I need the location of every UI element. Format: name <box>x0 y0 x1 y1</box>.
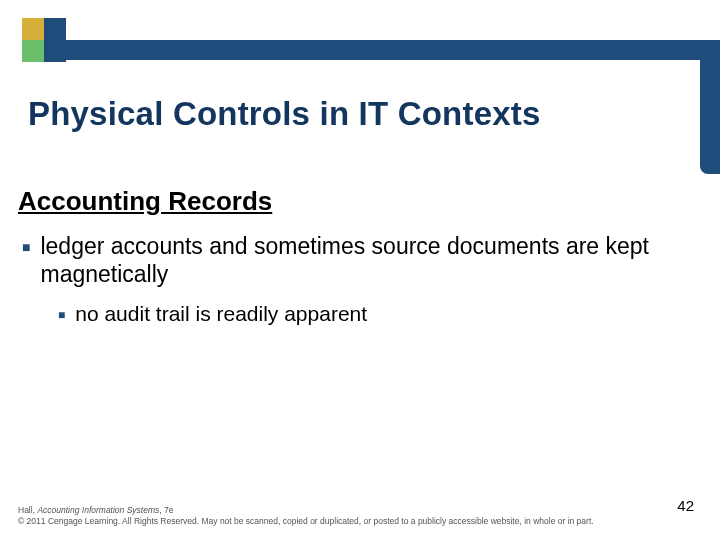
bullet-list: ■ ledger accounts and sometimes source d… <box>18 232 710 326</box>
footer-edition: , 7e <box>159 505 173 515</box>
footer-author: Hall, <box>18 505 37 515</box>
bullet-text: ledger accounts and sometimes source doc… <box>40 232 710 288</box>
logo-square-br <box>44 40 66 62</box>
footer-book-title: Accounting Information Systems <box>37 505 159 515</box>
slide-title: Physical Controls in IT Contexts <box>28 95 541 133</box>
logo-square-bl <box>22 40 44 62</box>
bullet-level2: ■ no audit trail is readily apparent <box>56 302 710 326</box>
bullet-text: no audit trail is readily apparent <box>75 302 367 326</box>
logo-square-tr <box>44 18 66 40</box>
page-number: 42 <box>677 497 694 514</box>
slide: Physical Controls in IT Contexts Account… <box>0 0 720 540</box>
section-heading: Accounting Records <box>18 186 272 217</box>
header-bar <box>66 40 720 60</box>
bullet-marker-icon: ■ <box>22 239 30 256</box>
bullet-marker-icon: ■ <box>58 308 65 322</box>
footer-copyright: © 2011 Cengage Learning. All Rights Rese… <box>18 516 702 526</box>
footer: Hall, Accounting Information Systems, 7e… <box>18 505 702 526</box>
logo-squares <box>22 18 66 62</box>
bullet-level1: ■ ledger accounts and sometimes source d… <box>18 232 710 288</box>
footer-citation: Hall, Accounting Information Systems, 7e <box>18 505 702 515</box>
logo-square-tl <box>22 18 44 40</box>
